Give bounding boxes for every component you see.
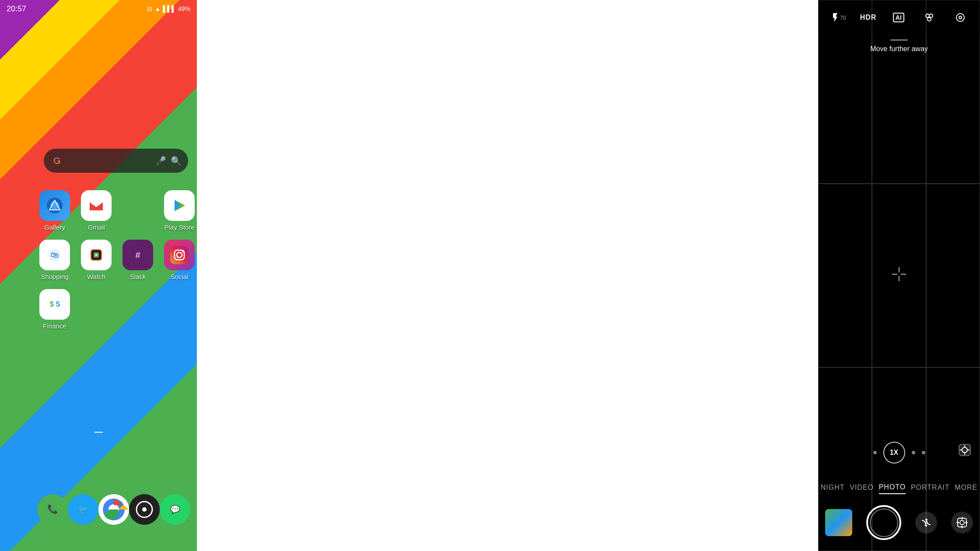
focus-crosshair <box>890 265 908 286</box>
svg-rect-19 <box>46 295 64 314</box>
camera-toolbar: 70 HDR AI <box>818 0 980 35</box>
social-icon <box>164 240 195 270</box>
wifi-icon: ▲ <box>154 5 161 12</box>
status-bar: 20:57 ⊟ ▲ ▌▌▌ 49% <box>0 0 197 17</box>
finance-label: Finance <box>43 322 66 330</box>
mode-night[interactable]: NIGHT <box>821 481 845 494</box>
flip-camera-button[interactable] <box>915 512 937 534</box>
hdr-button[interactable]: HDR <box>860 14 877 21</box>
ai-button[interactable]: AI <box>890 9 907 26</box>
playstore-icon <box>164 190 195 221</box>
app-gallery[interactable]: Gallery <box>37 190 72 231</box>
gallery-label: Gallery <box>44 223 65 231</box>
visual-search-icon[interactable]: 🔍 <box>171 156 182 166</box>
app-finance[interactable]: $ S Finance <box>37 289 72 330</box>
app-shopping[interactable]: 🛍 Shopping <box>37 240 72 280</box>
battery-icon: 49% <box>178 5 190 12</box>
dock-whatsapp[interactable]: 💬 <box>160 494 190 525</box>
mode-photo[interactable]: PHOTO <box>879 481 906 494</box>
dock-twitter[interactable]: 🐦 <box>68 494 98 525</box>
dock-chrome[interactable] <box>98 494 129 525</box>
shutter-button[interactable] <box>866 505 901 540</box>
hint-text: Move further away <box>870 45 928 53</box>
svg-point-18 <box>182 251 184 252</box>
grid-cell-mr <box>926 184 980 367</box>
status-time: 20:57 <box>7 4 26 14</box>
app-social[interactable]: Social <box>162 240 197 280</box>
middle-section <box>197 0 818 551</box>
network-icon: ⊟ <box>147 5 152 12</box>
app-empty <box>120 190 155 231</box>
shopping-icon: 🛍 <box>39 240 70 270</box>
zoom-dot-3 <box>922 451 925 454</box>
voice-search-icon[interactable]: 🎤 <box>155 156 166 166</box>
dock-camera[interactable] <box>129 494 160 525</box>
camera-mode-settings-button[interactable] <box>951 512 973 534</box>
finance-icon: $ S <box>39 289 70 320</box>
svg-point-39 <box>929 14 933 17</box>
app-dock: 📞 🐦 <box>37 494 190 525</box>
app-slack[interactable]: # Slack <box>120 240 155 280</box>
svg-text:S: S <box>56 300 60 308</box>
playstore-label: Play Store <box>164 223 194 231</box>
svg-point-50 <box>960 520 964 525</box>
social-label: Social <box>171 273 189 280</box>
page-indicator <box>0 432 197 433</box>
camera-dock-icon <box>129 494 160 525</box>
dock-phone[interactable]: 📞 <box>37 494 68 525</box>
hint-line <box>890 39 908 41</box>
page-dot <box>94 432 103 433</box>
svg-text:🛍: 🛍 <box>51 251 59 259</box>
gmail-label: Gmail <box>88 223 105 231</box>
svg-point-31 <box>142 507 147 512</box>
phone-screen: 20:57 ⊟ ▲ ▌▌▌ 49% G 🎤 🔍 Gallery <box>0 0 197 551</box>
thumbnail-image <box>825 509 852 536</box>
shopping-label: Shopping <box>41 273 68 280</box>
camera-settings-button[interactable] <box>952 9 969 26</box>
svg-text:#: # <box>135 250 140 260</box>
zoom-controls: 1X <box>818 442 980 464</box>
svg-point-40 <box>928 17 931 21</box>
app-grid: Gallery Gmail <box>37 190 190 330</box>
signal-icon: ▌▌▌ <box>163 5 176 12</box>
watch-label: Watch <box>87 273 105 280</box>
svg-text:💬: 💬 <box>170 505 180 514</box>
svg-point-41 <box>956 14 964 21</box>
whatsapp-icon: 💬 <box>160 494 190 525</box>
search-bar[interactable]: G 🎤 🔍 <box>44 149 188 173</box>
mode-more[interactable]: MORE <box>955 481 977 494</box>
watch-icon: ▶ <box>81 240 112 270</box>
grid-cell-ml <box>818 184 872 367</box>
zoom-level-button[interactable]: 1X <box>883 442 905 464</box>
phone-call-icon: 📞 <box>37 494 68 525</box>
camera-bottom-controls <box>818 505 980 540</box>
filter-button[interactable] <box>920 9 938 26</box>
camera-screen: 70 HDR AI Move further away 1X <box>818 0 980 551</box>
google-logo: G <box>50 154 63 167</box>
mode-video[interactable]: VIDEO <box>850 481 874 494</box>
svg-point-38 <box>926 14 929 17</box>
zoom-dot-1 <box>873 451 877 454</box>
svg-text:📞: 📞 <box>47 504 58 514</box>
shutter-inner <box>870 509 898 537</box>
svg-text:$: $ <box>50 300 54 308</box>
gmail-icon <box>81 190 112 221</box>
last-photo-thumbnail[interactable] <box>825 509 852 536</box>
app-gmail[interactable]: Gmail <box>79 190 114 231</box>
twitter-icon: 🐦 <box>68 494 98 525</box>
svg-text:🐦: 🐦 <box>78 505 88 514</box>
zoom-dot-2 <box>912 451 915 454</box>
svg-point-42 <box>959 16 962 19</box>
svg-rect-15 <box>170 246 189 264</box>
mode-portrait[interactable]: PORTRAIT <box>911 481 950 494</box>
app-watch[interactable]: ▶ Watch <box>79 240 114 280</box>
slack-icon: # <box>122 240 153 270</box>
flash-button[interactable]: 70 <box>829 9 847 26</box>
app-playstore[interactable]: Play Store <box>162 190 197 231</box>
camera-modes: NIGHT VIDEO PHOTO PORTRAIT MORE <box>818 481 980 494</box>
slack-label: Slack <box>130 273 146 280</box>
chrome-icon <box>98 494 129 525</box>
zoom-preset-button[interactable] <box>958 443 971 459</box>
gallery-icon <box>39 190 70 221</box>
camera-hint: Move further away <box>818 35 980 53</box>
